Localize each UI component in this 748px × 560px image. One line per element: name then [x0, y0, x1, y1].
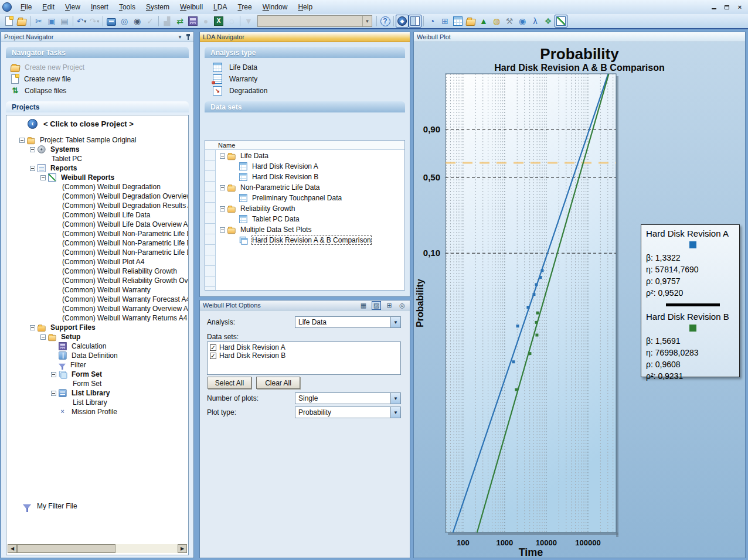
- print-preview-button[interactable]: ◎: [118, 15, 131, 28]
- tree-item--common-weibull-plot-a4[interactable]: (Common) Weibull Plot A4: [6, 257, 188, 267]
- dropdown-caret-icon[interactable]: ▾: [84, 19, 86, 24]
- tools-button[interactable]: ⚒: [503, 15, 516, 28]
- menu-tree[interactable]: Tree: [232, 1, 257, 13]
- lambda-button[interactable]: λ: [529, 15, 542, 28]
- tree-item-weibull-reports[interactable]: Weibull Reports: [6, 173, 188, 182]
- navigator-button[interactable]: ◆: [396, 15, 409, 28]
- spellcheck-button[interactable]: ✓: [144, 15, 157, 28]
- chart-button[interactable]: ▟: [161, 15, 174, 28]
- tree-item-list-library[interactable]: List Library: [6, 388, 188, 398]
- report-view-icon[interactable]: ⊞: [385, 301, 394, 310]
- tree-item-multiple-data-set-plots[interactable]: Multiple Data Set Plots: [216, 224, 404, 235]
- flowchart-button[interactable]: ⊞: [438, 15, 451, 28]
- scrollbar-thumb[interactable]: [17, 544, 115, 553]
- clear-all-button[interactable]: Clear All: [256, 377, 300, 389]
- tree-item--common-weibull-warranty-returns-a4[interactable]: (Common) Weibull Warranty Returns A4: [6, 313, 188, 323]
- horizontal-scrollbar[interactable]: ◀ ▶: [8, 544, 187, 553]
- dataset-option-hard-disk-revision-a[interactable]: ✓Hard Disk Revision A: [210, 343, 398, 351]
- import-data-button[interactable]: ⇄: [174, 15, 186, 28]
- dropdown-arrow-icon[interactable]: ▼: [362, 16, 372, 26]
- close-project-link[interactable]: ‹ < Click to close Project >: [6, 115, 188, 134]
- name-column-header[interactable]: Name: [205, 141, 404, 150]
- tree-item-tablet-pc-data[interactable]: Tablet PC Data: [216, 214, 404, 224]
- scroll-left-arrow[interactable]: ◀: [8, 544, 17, 553]
- dropdown-arrow-icon[interactable]: ▼: [390, 407, 400, 418]
- tree-item-preliminary-touchpanel-data[interactable]: Preliminary Touchpanel Data: [216, 193, 404, 203]
- tree-item-form-set[interactable]: Form Set: [6, 379, 188, 388]
- new-file-button[interactable]: [2, 15, 15, 28]
- menu-view[interactable]: View: [60, 1, 86, 13]
- tree-item--common-weibull-warranty-forecast-a4[interactable]: (Common) Weibull Warranty Forecast A4: [6, 295, 188, 304]
- menu-edit[interactable]: Edit: [37, 1, 60, 13]
- tree-item-tablet-pc[interactable]: Tablet PC: [6, 154, 188, 163]
- tree-item--common-weibull-warranty-overview-a4[interactable]: (Common) Weibull Warranty Overview A4: [6, 304, 188, 313]
- tree-item-reports[interactable]: Reports: [6, 163, 188, 173]
- checkbox[interactable]: ✓: [210, 344, 216, 351]
- plug-button[interactable]: ▲: [477, 15, 490, 28]
- filter-lightning-button[interactable]: ▼: [242, 15, 255, 28]
- tree-item--common-weibull-non-parametric-life-data[interactable]: (Common) Weibull Non-Parametric Life Dat…: [6, 248, 188, 257]
- find-button[interactable]: ◉: [131, 15, 144, 28]
- data-sets-listbox[interactable]: ✓Hard Disk Revision A✓Hard Disk Revision…: [207, 342, 401, 375]
- tree-item-calculation[interactable]: Calculation: [6, 342, 188, 351]
- panel-menu-icon[interactable]: ▼: [178, 35, 182, 40]
- tree-item--common-weibull-degradation[interactable]: (Common) Weibull Degradation: [6, 182, 188, 192]
- tree-item-hard-disk-revision-a[interactable]: Hard Disk Revision A: [216, 161, 404, 172]
- tree-item-support-files[interactable]: Support Files: [6, 323, 188, 332]
- tree-item--common-weibull-degradation-overview-a4[interactable]: (Common) Weibull Degradation Overview A4: [6, 192, 188, 201]
- menu-system[interactable]: System: [141, 1, 175, 13]
- tree-item-systems[interactable]: Systems: [6, 145, 188, 154]
- dropdown-caret-icon[interactable]: ▾: [97, 19, 99, 24]
- close-button[interactable]: ×: [735, 3, 744, 11]
- task-collapse-files[interactable]: ⇅Collapse files: [11, 85, 186, 97]
- tree-item-data-definition[interactable]: Data Definition: [6, 351, 188, 360]
- plot-view-icon[interactable]: ▨: [372, 301, 381, 310]
- blocks-button[interactable]: ❖: [542, 15, 555, 28]
- redo-button[interactable]: ↷▾: [88, 15, 101, 28]
- paste-button[interactable]: ▤: [58, 15, 71, 28]
- select-all-button[interactable]: Select All: [208, 377, 251, 389]
- tree-item-reliability-growth[interactable]: Reliability Growth: [216, 203, 404, 214]
- tree-item-filter[interactable]: Filter: [6, 360, 188, 370]
- table-view-icon[interactable]: ▦: [359, 301, 368, 310]
- menu-weibull[interactable]: Weibull: [175, 1, 208, 13]
- menu-file[interactable]: File: [15, 1, 37, 13]
- stopwatch-button[interactable]: ◔: [426, 15, 438, 28]
- tree-item--common-weibull-non-parametric-life-data[interactable]: (Common) Weibull Non-Parametric Life Dat…: [6, 229, 188, 238]
- undo-button[interactable]: ↶▾: [75, 15, 88, 28]
- restore-button[interactable]: [722, 3, 732, 11]
- menu-window[interactable]: Window: [257, 1, 293, 13]
- tree-item-project-tablet-sample-original[interactable]: Project: Tablet Sample Original: [6, 135, 188, 145]
- sphere-button[interactable]: ●: [199, 15, 212, 28]
- pin-icon[interactable]: [186, 34, 191, 40]
- tree-item-mission-profile[interactable]: ×Mission Profile: [6, 407, 188, 416]
- tree-item--common-weibull-degradation-results-a4[interactable]: (Common) Weibull Degradation Results A4: [6, 201, 188, 210]
- menu-tools[interactable]: Tools: [114, 1, 141, 13]
- analysis-combo[interactable]: Life Data ▼: [295, 316, 401, 328]
- folder-open-button[interactable]: [464, 15, 477, 28]
- panel-layout-button[interactable]: [409, 15, 421, 28]
- tree-item-non-parametric-life-data[interactable]: Non-Parametric Life Data: [216, 182, 404, 193]
- copy-button[interactable]: ▣: [45, 15, 58, 28]
- analysis-type-life-data[interactable]: Life Data: [205, 62, 405, 73]
- preview-icon[interactable]: ◎: [397, 301, 407, 310]
- tree-item--common-weibull-reliability-growth[interactable]: (Common) Weibull Reliability Growth: [6, 267, 188, 276]
- task-create-new-file[interactable]: Create new file: [11, 73, 186, 85]
- calculator-button[interactable]: [186, 15, 199, 28]
- open-project-button[interactable]: [15, 15, 28, 28]
- tree-item-hard-disk-revision-a-b-comparison[interactable]: Hard Disk Revision A & B Comparison: [216, 235, 404, 245]
- dropdown-arrow-icon[interactable]: ▼: [390, 317, 400, 327]
- scroll-right-arrow[interactable]: ▶: [178, 544, 187, 553]
- tree-item-form-set[interactable]: Form Set: [6, 370, 188, 379]
- number-of-plots-combo[interactable]: Single ▼: [295, 392, 401, 404]
- tree-item--common-weibull-life-data-overview-a4[interactable]: (Common) Weibull Life Data Overview A4: [6, 220, 188, 229]
- analysis-type-warranty[interactable]: Warranty: [205, 73, 405, 85]
- toolbar-combobox[interactable]: ▼: [257, 15, 372, 27]
- excel-button[interactable]: X: [212, 15, 225, 28]
- print-button[interactable]: [105, 15, 118, 28]
- tree-item-hard-disk-revision-b[interactable]: Hard Disk Revision B: [216, 172, 404, 182]
- search-button[interactable]: ◌: [225, 15, 238, 28]
- tree-item-life-data[interactable]: Life Data: [216, 151, 404, 161]
- dropdown-arrow-icon[interactable]: ▼: [390, 393, 400, 404]
- help-button[interactable]: ?: [379, 15, 392, 28]
